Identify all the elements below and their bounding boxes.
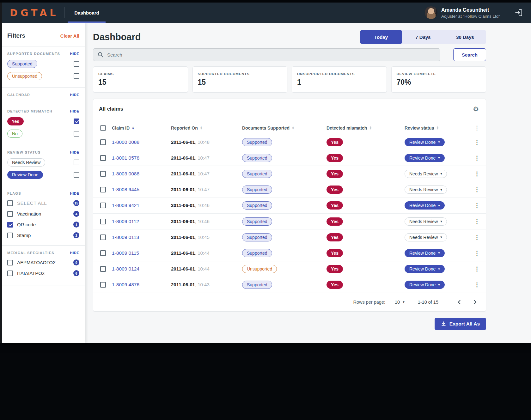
caret-down-icon: ▾ [438, 156, 440, 160]
rows-per-page-select[interactable]: 10 ▾ [395, 300, 405, 305]
review-status-dropdown[interactable]: Review Done▾ [405, 249, 445, 257]
nav-tab-dashboard[interactable]: Dashboard [68, 3, 106, 23]
column-header-documents-supported[interactable]: Documents Supported ▲▼ [242, 125, 327, 131]
divider [2, 145, 85, 145]
kebab-menu-icon[interactable]: ⋮ [474, 250, 480, 257]
filter-pill-supported[interactable]: Supported [7, 60, 37, 68]
chevron-right-icon[interactable] [472, 299, 478, 305]
kebab-menu-icon[interactable]: ⋮ [474, 281, 480, 288]
row-checkbox[interactable] [100, 282, 106, 288]
clear-all-button[interactable]: Clear All [60, 33, 79, 39]
checkbox-unsupported[interactable] [74, 73, 79, 79]
divider [2, 87, 85, 88]
kebab-menu-icon[interactable]: ⋮ [474, 265, 480, 272]
kebab-menu-icon[interactable]: ⋮ [474, 139, 480, 146]
column-header-reported-on[interactable]: Reported On ▲▼ [171, 125, 242, 131]
row-checkbox[interactable] [100, 171, 106, 177]
stat-value: 15 [198, 78, 282, 87]
select-all-rows-checkbox[interactable] [100, 125, 106, 131]
row-checkbox[interactable] [100, 234, 106, 240]
topbar-divider [64, 7, 64, 18]
row-checkbox[interactable] [100, 187, 106, 192]
kebab-menu-icon[interactable]: ⋮ [474, 125, 480, 131]
caret-down-icon: ▾ [438, 283, 440, 287]
claim-id-link[interactable]: 1-8009 0113 [112, 234, 171, 240]
row-checkbox[interactable] [100, 266, 106, 272]
claim-id-link[interactable]: 1-8009 0124 [112, 266, 171, 272]
kebab-menu-icon[interactable]: ⋮ [474, 202, 480, 209]
review-status-dropdown[interactable]: Review Done▾ [405, 265, 445, 273]
row-checkbox[interactable] [100, 250, 106, 256]
hide-link[interactable]: HIDE [70, 52, 79, 56]
reported-time: , 10:47 [195, 171, 210, 176]
kebab-menu-icon[interactable]: ⋮ [474, 186, 480, 193]
review-status-dropdown[interactable]: Needs Review▾ [405, 217, 447, 226]
kebab-menu-icon[interactable]: ⋮ [474, 234, 480, 241]
filter-pill-review-done[interactable]: Review Done [7, 171, 43, 179]
sort-icon: ▲▼ [200, 126, 203, 130]
claim-id-link[interactable]: 1-8003 0088 [112, 171, 171, 177]
chevron-left-icon[interactable] [456, 299, 462, 305]
checkbox-mismatch-no[interactable] [74, 131, 79, 137]
checkbox-needs-review[interactable] [74, 160, 79, 165]
column-header-review-status[interactable]: Review status ▲▼ [405, 125, 474, 131]
filter-pill-yes[interactable]: Yes [7, 117, 24, 125]
checkbox-dermatologist[interactable] [7, 260, 13, 265]
flag-option-vaccination: Vaccination 4 [7, 211, 79, 217]
column-header-detected-mismatch[interactable]: Detected mismatch ▲▼ [327, 125, 405, 131]
checkbox-pediatrician[interactable] [7, 271, 13, 276]
tab-30-days[interactable]: 30 Days [444, 30, 486, 44]
search-button[interactable]: Search [453, 48, 486, 61]
review-status-dropdown[interactable]: Needs Review▾ [405, 233, 447, 241]
hide-link[interactable]: HIDE [70, 93, 79, 97]
review-status-dropdown[interactable]: Review Done▾ [405, 281, 445, 289]
checkbox-supported[interactable] [74, 61, 79, 67]
specialty-label: ΔΕΡΜΑΤΟΛΟΓΟΣ [17, 260, 56, 265]
export-all-button[interactable]: Export All As [435, 318, 486, 330]
checkbox-mismatch-yes[interactable] [74, 119, 79, 124]
hide-link[interactable]: HIDE [70, 192, 79, 195]
kebab-menu-icon[interactable]: ⋮ [474, 155, 480, 161]
column-header-claim-id[interactable]: Claim ID ▲▼ [112, 125, 171, 131]
checkbox-select-all[interactable] [7, 200, 13, 206]
checkbox-stamp[interactable] [7, 233, 13, 238]
filter-pill-needs-review[interactable]: Needs Review [7, 158, 45, 167]
search-input[interactable] [93, 48, 440, 61]
claim-id-link[interactable]: 1-8008 9421 [112, 203, 171, 208]
stat-value: 1 [297, 78, 381, 87]
table-row: 1-8001 0578 2011-06-01, 10:47 Supported … [93, 150, 486, 166]
checkbox-qr-code[interactable] [7, 222, 13, 228]
hide-link[interactable]: HIDE [70, 251, 79, 255]
claim-id-link[interactable]: 1-8009 0115 [112, 250, 171, 256]
claim-id-link[interactable]: 1-8001 0578 [112, 155, 171, 161]
stat-label: REVIEW COMPLETE [397, 72, 481, 76]
user-menu[interactable]: Amanda Gesuntheit Adjuster at "Hollow Cl… [425, 6, 500, 19]
logout-icon[interactable] [515, 9, 523, 17]
claim-id-link[interactable]: 1-8009 0112 [112, 219, 171, 224]
filter-pill-no[interactable]: No [7, 130, 22, 138]
row-checkbox[interactable] [100, 203, 106, 208]
tab-7-days[interactable]: 7 Days [402, 30, 444, 44]
gear-icon[interactable]: ⚙ [473, 105, 479, 113]
hide-link[interactable]: HIDE [70, 150, 79, 154]
review-status-dropdown[interactable]: Needs Review▾ [405, 170, 447, 178]
claim-id-link[interactable]: 1-8000 0088 [112, 139, 171, 145]
tab-today[interactable]: Today [360, 30, 402, 44]
checkbox-review-done[interactable] [74, 172, 79, 178]
kebab-menu-icon[interactable]: ⋮ [474, 170, 480, 177]
hide-link[interactable]: HIDE [70, 109, 79, 113]
review-status-dropdown[interactable]: Review Done▾ [405, 201, 445, 210]
review-status-dropdown[interactable]: Review Done▾ [405, 154, 445, 162]
row-checkbox[interactable] [100, 155, 106, 161]
review-status-dropdown[interactable]: Needs Review▾ [405, 186, 447, 194]
checkbox-vaccination[interactable] [7, 211, 13, 217]
caret-down-icon: ▾ [438, 140, 440, 144]
claim-id-link[interactable]: 1-8009 4876 [112, 282, 171, 288]
row-checkbox[interactable] [100, 219, 106, 224]
row-checkbox[interactable] [100, 139, 106, 145]
claim-id-link[interactable]: 1-8008 9445 [112, 187, 171, 192]
specialty-option-dermatologist: ΔΕΡΜΑΤΟΛΟΓΟΣ 9 [7, 259, 79, 265]
review-status-dropdown[interactable]: Review Done▾ [405, 138, 445, 146]
filter-pill-unsupported[interactable]: Unsupported [7, 72, 42, 80]
kebab-menu-icon[interactable]: ⋮ [474, 218, 480, 225]
